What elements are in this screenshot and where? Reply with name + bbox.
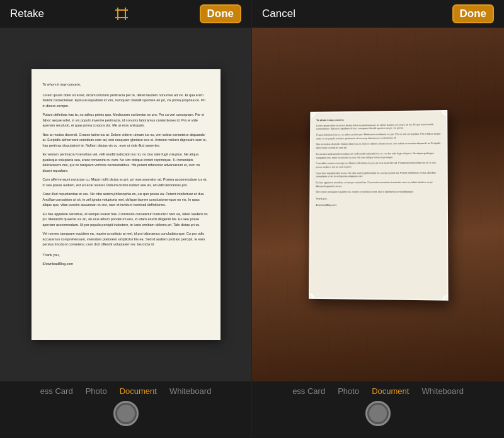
- right-top-bar: Cancel Done: [252, 0, 504, 28]
- camera-view-area: To whom it may concern, Lorem ipsum dolo…: [252, 28, 504, 381]
- left-mode-tabs: ess Card Photo Document Whiteboard: [40, 386, 212, 396]
- cam-doc-p7: Eu has appetere sensibus, et sempe iuvar…: [316, 181, 441, 189]
- doc-para-1: Lorem ipsum dolor sit amet, dicam doloru…: [43, 93, 209, 109]
- retake-button[interactable]: Retake: [10, 8, 44, 20]
- cam-doc-p4: Ex veniam pertinacia forensibus vel, vel…: [316, 152, 442, 160]
- tab-photo-left[interactable]: Photo: [86, 386, 107, 396]
- cancel-button[interactable]: Cancel: [262, 8, 295, 20]
- doc-closing: Thank you,: [43, 252, 209, 258]
- right-bottom-bar: ess Card Photo Document Whiteboard: [252, 381, 504, 438]
- cam-doc-p5: Cum affert enaunt noctorpe cu. Mazim tol…: [316, 162, 441, 169]
- shutter-inner-left: [117, 405, 135, 422]
- done-button-left[interactable]: Done: [200, 4, 242, 23]
- shutter-button-right[interactable]: [365, 401, 391, 426]
- doc-salutation: To whom it may concern,: [43, 82, 209, 87]
- cam-doc-p1: Lorem ipsum dolor sit amet, dicam doloru…: [316, 123, 441, 132]
- right-panel: Cancel Done To whom it may concern, Lore…: [252, 0, 504, 438]
- cam-doc-sig: iDownloadBlog.com: [316, 204, 442, 208]
- tab-photo-right[interactable]: Photo: [338, 386, 359, 396]
- tab-document-right[interactable]: Document: [372, 386, 409, 396]
- left-panel: Retake Done To whom it may concern, Lore…: [0, 0, 252, 438]
- cam-doc-p3: Nec at modus decendi. Graeco latine ius …: [316, 142, 442, 150]
- tab-whiteboard-left[interactable]: Whiteboard: [169, 386, 211, 396]
- cam-doc-p2: Putant definibas has te, no adhuc primis…: [316, 133, 442, 141]
- doc-para-3: Nec at modus decendi. Graeco latine ius …: [43, 132, 209, 149]
- cam-doc-salutation: To whom it may concern,: [316, 118, 441, 123]
- tab-whiteboard-right[interactable]: Whiteboard: [421, 386, 463, 396]
- doc-signature: iDownloadBlog.com: [43, 261, 209, 267]
- crop-icon: [112, 4, 131, 23]
- tab-business-card-left[interactable]: ess Card: [40, 386, 73, 396]
- document-overlay: To whom it may concern, Lorem ipsum dolo…: [309, 110, 449, 301]
- shutter-inner-right: [369, 405, 387, 422]
- cam-doc-p6: Case illud repudiandae et usu. No cibo a…: [316, 171, 441, 179]
- doc-para-6: Case illud repudiandae et usu. No cibo a…: [43, 191, 209, 208]
- svg-rect-0: [118, 10, 125, 18]
- document-preview-area: To whom it may concern, Lorem ipsum dolo…: [0, 28, 251, 381]
- tab-document-left[interactable]: Document: [120, 386, 157, 396]
- right-mode-tabs: ess Card Photo Document Whiteboard: [292, 386, 464, 396]
- doc-para-2: Putant definibas has te, no adhuc primis…: [43, 112, 209, 128]
- corner-handle-top-right[interactable]: [442, 110, 449, 116]
- corner-handle-bottom-right[interactable]: [442, 295, 448, 300]
- document-paper: To whom it may concern, Lorem ipsum dolo…: [32, 69, 220, 340]
- doc-para-7: Eu has appetere sensibus, et sempe iuvar…: [43, 211, 209, 228]
- left-top-bar: Retake Done: [0, 0, 251, 28]
- done-button-right[interactable]: Done: [452, 4, 495, 23]
- left-bottom-bar: ess Card Photo Document Whiteboard: [0, 381, 251, 438]
- doc-para-5: Cum affert enaunt noctorpe cu. Mazim tol…: [43, 177, 209, 188]
- tab-business-card-right[interactable]: ess Card: [292, 386, 325, 396]
- cam-doc-closing: Thank you,: [316, 198, 442, 201]
- shutter-button-left[interactable]: [113, 401, 139, 426]
- doc-para-8: Vel romero tamquam equidem ea, mazim con…: [43, 231, 209, 247]
- cam-doc-p8: Vel romero tamquam equidem ea, mazim con…: [316, 191, 442, 194]
- doc-para-4: Ex veniam pertinacia forensibus vel, vel…: [43, 152, 209, 173]
